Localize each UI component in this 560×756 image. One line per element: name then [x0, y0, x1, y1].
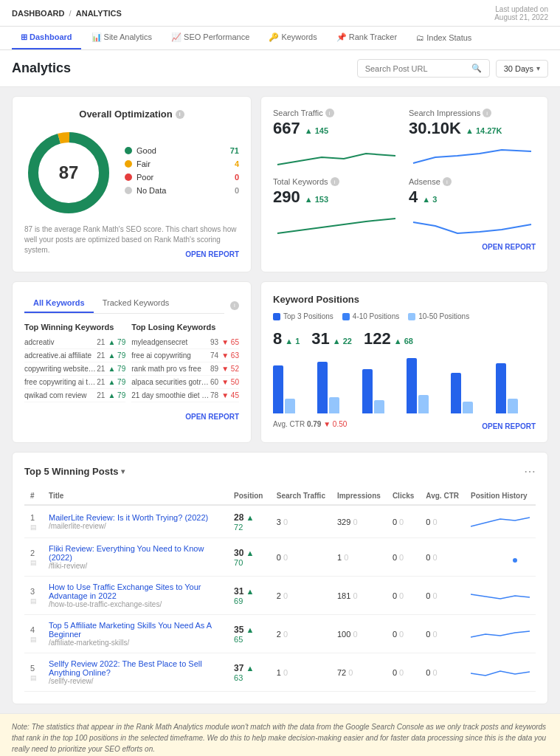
pos-stat-2: 31 ▲ 22 — [311, 329, 352, 348]
col-avg-ctr: Avg. CTR — [420, 487, 465, 505]
bar — [407, 358, 417, 413]
positions-stats: 8 ▲ 1 31 ▲ 22 122 ▲ 68 — [273, 329, 536, 348]
col-position-history: Position History — [465, 487, 536, 505]
row-rank: 1▤ — [24, 505, 43, 538]
footnote: Note: The statistics that appear in the … — [0, 713, 560, 756]
stats-card: Search Traffic i 667 ▲ 145 — [260, 96, 548, 272]
bar — [285, 399, 295, 413]
keywords-chart — [273, 211, 400, 237]
bar — [273, 365, 283, 413]
impressions-info-icon[interactable]: i — [483, 109, 491, 117]
keywords-section-info[interactable]: i — [230, 301, 239, 310]
search-post-url[interactable]: 🔍 — [357, 59, 490, 78]
kw-winning-1: adcreativ 21 ▲ 79 — [24, 336, 125, 349]
bar — [362, 369, 373, 413]
dots-menu[interactable]: ⋯ — [524, 464, 536, 478]
table-row: 3▤ How to Use Traffic Exchange Sites to … — [24, 577, 536, 615]
row-rank: 4▤ — [24, 615, 43, 653]
top-row: Overall Optimization i 87 — [12, 96, 548, 272]
search-traffic-info-icon[interactable]: i — [325, 109, 334, 117]
tab-site-analytics[interactable]: 📊 Site Analytics — [83, 27, 161, 49]
col-impressions: Impressions — [331, 487, 387, 505]
kw-winning-5: qwikad com review 21 ▲ 79 — [24, 389, 125, 402]
col-rank: # — [24, 487, 43, 505]
keywords-columns: Top Winning Keywords adcreativ 21 ▲ 79 a… — [24, 323, 239, 402]
keywords-info-icon[interactable]: i — [331, 177, 339, 186]
winning-keywords-col: Top Winning Keywords adcreativ 21 ▲ 79 a… — [24, 323, 125, 402]
row-rank: 5▤ — [24, 653, 43, 692]
losing-keywords-col: Top Losing Keywords myleadgensecret 93 ▼… — [131, 323, 239, 402]
tab-seo-performance[interactable]: 📈 SEO Performance — [162, 27, 258, 49]
kw-winning-4: free copywriting ai tools 21 ▲ 79 — [24, 376, 125, 389]
nav-tabs: ⊞ Dashboard 📊 Site Analytics 📈 SEO Perfo… — [0, 27, 560, 50]
keywords-open-report[interactable]: OPEN REPORT — [185, 413, 239, 421]
page-title: Analytics — [12, 61, 71, 76]
row-rank: 2▤ — [24, 538, 43, 577]
positions-card: Keyword Positions Top 3 Positions 4-10 P… — [260, 281, 548, 443]
sparkline-2 — [465, 538, 536, 577]
sparkline-1 — [465, 505, 536, 538]
positions-bars — [273, 354, 536, 413]
table-row: 4▤ Top 5 Affiliate Marketing Skills You … — [24, 615, 536, 653]
sparkline-4 — [465, 615, 536, 653]
optimization-open-report[interactable]: OPEN REPORT — [185, 250, 239, 260]
breadcrumb-parent: DASHBOARD — [12, 9, 65, 18]
positions-footer: Avg. CTR 0.79 ▼ 0.50 OPEN REPORT — [273, 418, 536, 430]
legend-fair: Fair 4 — [125, 159, 239, 168]
row-title: MailerLite Review: Is it Worth Trying? (… — [43, 505, 228, 538]
keywords-tabs: All Keywords Tracked Keywords — [24, 294, 224, 314]
search-traffic-chart — [273, 142, 400, 168]
last-updated: Last updated on August 21, 2022 — [494, 5, 548, 21]
kw-losing-2: free ai copywriting 74 ▼ 63 — [131, 349, 239, 362]
adsense-info-icon[interactable]: i — [443, 177, 452, 186]
tab-rank-tracker[interactable]: 📌 Rank Tracker — [328, 27, 406, 49]
days-select[interactable]: 30 Days ▾ — [496, 60, 548, 78]
breadcrumb: DASHBOARD / ANALYTICS — [12, 9, 122, 18]
header-controls: 🔍 30 Days ▾ — [357, 59, 548, 78]
tab-dashboard[interactable]: ⊞ Dashboard — [12, 27, 81, 49]
chevron-down-icon: ▾ — [536, 64, 540, 72]
posts-title[interactable]: Top 5 Winning Posts ▾ — [24, 466, 125, 477]
legend-good: Good 71 — [125, 146, 239, 155]
stat-total-keywords: Total Keywords i 290 ▲ 153 — [273, 177, 400, 237]
legend-poor: Poor 0 — [125, 173, 239, 182]
page-header: Analytics 🔍 30 Days ▾ — [0, 50, 560, 87]
bar — [451, 373, 461, 413]
optimization-title: Overall Optimization i — [24, 109, 239, 120]
positions-open-report[interactable]: OPEN REPORT — [482, 422, 536, 430]
tab-keywords[interactable]: 🔑 Keywords — [260, 27, 325, 49]
positions-legend: Top 3 Positions 4-10 Positions 10-50 Pos… — [273, 312, 536, 320]
donut-chart: 87 — [24, 128, 113, 217]
stat-search-impressions: Search Impressions i 30.10K ▲ 14.27K — [409, 109, 536, 168]
row-rank: 3▤ — [24, 577, 43, 615]
top-bar: DASHBOARD / ANALYTICS Last updated on Au… — [0, 0, 560, 27]
tab-tracked-keywords[interactable]: Tracked Keywords — [94, 294, 179, 313]
pos-stat-1: 8 ▲ 1 — [273, 329, 300, 348]
posts-table: # Title Position Search Traffic Impressi… — [24, 487, 536, 692]
kw-winning-3: copywriting website free 21 ▲ 79 — [24, 362, 125, 376]
main-content: Overall Optimization i 87 — [0, 87, 560, 713]
kw-losing-3: rank math pro vs free 89 ▼ 52 — [131, 362, 239, 376]
posts-card: Top 5 Winning Posts ▾ ⋯ # Title Position… — [12, 452, 548, 704]
col-position: Position — [228, 487, 271, 505]
kw-losing-5: 21 day smoothie diet revi... 78 ▼ 45 — [131, 389, 239, 402]
table-row: 1▤ MailerLite Review: Is it Worth Trying… — [24, 505, 536, 538]
info-icon[interactable]: i — [176, 110, 184, 119]
table-row: 5▤ Sellfy Review 2022: The Best Place to… — [24, 653, 536, 692]
bar — [496, 363, 506, 413]
keywords-card: All Keywords Tracked Keywords i Top Winn… — [12, 281, 252, 443]
kw-winning-2: adcreative.ai affiliate 21 ▲ 79 — [24, 349, 125, 362]
tab-index-status[interactable]: 🗂 Index Status — [407, 27, 480, 49]
breadcrumb-current: ANALYTICS — [76, 9, 122, 18]
stat-search-traffic: Search Traffic i 667 ▲ 145 — [273, 109, 400, 168]
search-input[interactable] — [365, 64, 467, 73]
col-clicks: Clicks — [387, 487, 420, 505]
stats-open-report[interactable]: OPEN REPORT — [273, 243, 536, 251]
stat-adsense: Adsense i 4 ▲ 3 — [409, 177, 536, 237]
kw-losing-4: alpaca securities gotrade 60 ▼ 50 — [131, 376, 239, 389]
bar — [329, 397, 339, 413]
bar — [418, 395, 429, 413]
tab-all-keywords[interactable]: All Keywords — [24, 294, 94, 313]
middle-row: All Keywords Tracked Keywords i Top Winn… — [12, 281, 548, 443]
sparkline-5 — [465, 653, 536, 692]
